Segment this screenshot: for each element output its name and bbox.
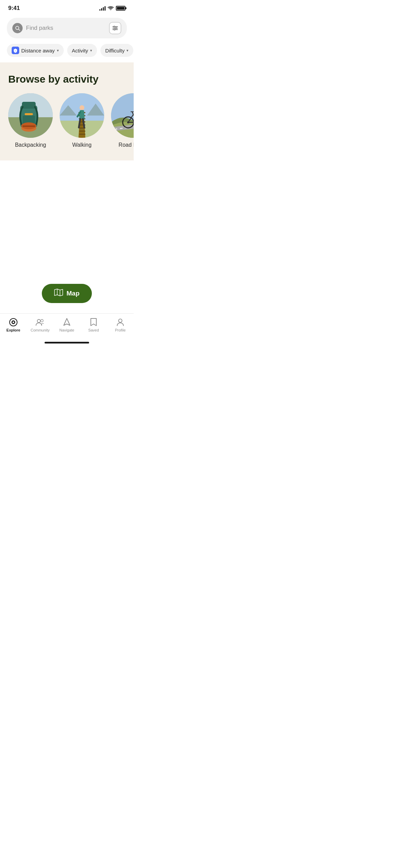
svg-point-54 <box>12 321 14 323</box>
distance-filter-pill[interactable]: + Distance away ▾ <box>7 44 64 57</box>
wifi-icon <box>108 6 114 11</box>
navigate-tab-label: Navigate <box>59 328 74 332</box>
tab-explore[interactable]: Explore <box>3 318 24 332</box>
road-biking-label: Road Biking <box>119 142 134 148</box>
svg-rect-13 <box>22 102 36 109</box>
search-bar[interactable]: Find parks <box>7 18 127 38</box>
svg-rect-15 <box>25 113 33 115</box>
profile-icon <box>116 318 125 327</box>
activity-item-backpacking[interactable]: Backpacking <box>8 93 53 148</box>
svg-rect-26 <box>79 131 85 132</box>
svg-point-35 <box>127 121 129 123</box>
home-indicator <box>0 339 134 346</box>
activity-filter-label: Activity <box>72 48 88 53</box>
map-button-container: Map <box>0 277 134 313</box>
browse-title: Browse by activity <box>8 73 134 85</box>
activity-item-walking[interactable]: Walking <box>60 93 104 148</box>
difficulty-chevron-icon: ▾ <box>126 48 129 53</box>
home-bar <box>45 342 89 343</box>
explore-tab-label: Explore <box>7 328 20 332</box>
svg-point-29 <box>80 105 84 110</box>
difficulty-filter-label: Difficulty <box>105 48 124 53</box>
activity-scroll: Backpacking <box>8 93 134 148</box>
filter-button[interactable] <box>109 22 121 34</box>
backpacking-circle <box>8 93 53 138</box>
search-container: Find parks <box>0 14 134 43</box>
status-bar: 9:41 <box>0 0 134 14</box>
activity-chevron-icon: ▾ <box>90 48 92 53</box>
tab-bar: Explore Community Navigate Saved <box>0 313 134 339</box>
community-icon <box>36 318 45 327</box>
activity-filter-pill[interactable]: Activity ▾ <box>67 44 97 57</box>
difficulty-filter-pill[interactable]: Difficulty ▾ <box>100 44 133 57</box>
profile-tab-label: Profile <box>115 328 125 332</box>
tab-saved[interactable]: Saved <box>83 318 104 332</box>
tab-profile[interactable]: Profile <box>110 318 131 332</box>
backpacking-label: Backpacking <box>15 142 46 148</box>
browse-section: Browse by activity <box>0 62 134 160</box>
svg-point-28 <box>80 129 84 130</box>
saved-tab-label: Saved <box>88 328 99 332</box>
community-tab-label: Community <box>31 328 50 332</box>
svg-point-5 <box>114 26 115 27</box>
navigate-icon <box>62 318 71 327</box>
search-icon <box>12 23 23 33</box>
activity-item-road-biking[interactable]: Road Biking <box>111 93 134 148</box>
map-button[interactable]: Map <box>42 284 92 303</box>
saved-icon <box>89 318 98 327</box>
white-content-section <box>0 160 134 277</box>
svg-point-7 <box>114 29 116 31</box>
svg-point-56 <box>41 320 43 322</box>
svg-point-6 <box>116 27 117 29</box>
explore-icon <box>9 318 18 327</box>
status-time: 9:41 <box>8 5 20 12</box>
battery-icon <box>116 6 125 11</box>
tab-navigate[interactable]: Navigate <box>57 318 77 332</box>
tab-community[interactable]: Community <box>30 318 50 332</box>
distance-chevron-icon: ▾ <box>57 48 59 53</box>
status-icons <box>99 6 125 11</box>
distance-filter-label: Distance away <box>21 48 55 53</box>
search-placeholder: Find parks <box>26 25 106 32</box>
road-biking-circle <box>111 93 134 138</box>
svg-line-1 <box>19 29 20 31</box>
walking-circle <box>60 93 104 138</box>
svg-rect-27 <box>79 134 85 135</box>
signal-icon <box>99 6 106 11</box>
filter-pills: + Distance away ▾ Activity ▾ Difficulty … <box>0 43 134 62</box>
walking-label: Walking <box>72 142 92 148</box>
map-button-label: Map <box>66 290 80 297</box>
svg-point-57 <box>119 319 122 322</box>
location-shield-icon: + <box>12 47 19 54</box>
svg-point-55 <box>37 320 40 323</box>
map-icon <box>54 289 63 298</box>
